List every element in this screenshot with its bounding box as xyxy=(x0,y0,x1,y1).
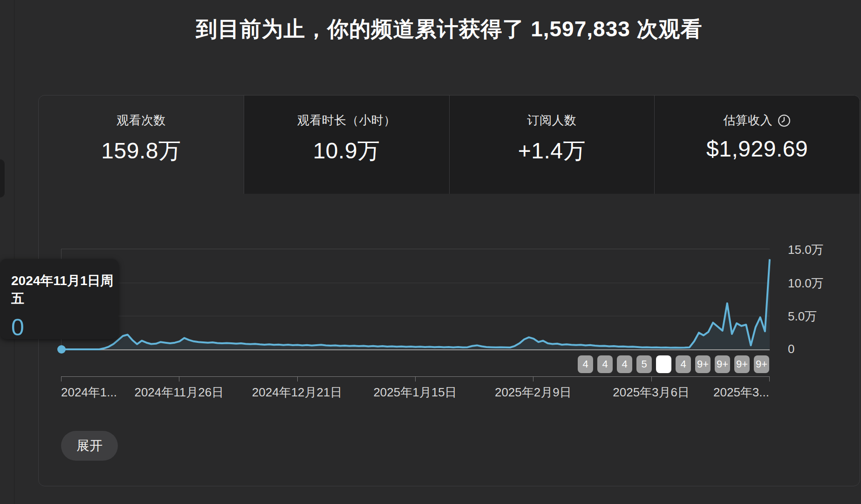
tooltip-value: 0 xyxy=(11,314,118,341)
x-axis-label: 2025年3... xyxy=(713,384,769,401)
video-badge[interactable]: 9+ xyxy=(754,355,769,373)
x-axis-label: 2024年12月21日 xyxy=(252,384,342,401)
y-axis-label: 5.0万 xyxy=(788,308,817,325)
expand-button[interactable]: 展开 xyxy=(61,431,118,461)
video-badge[interactable]: 4 xyxy=(578,355,593,373)
y-axis-label: 10.0万 xyxy=(788,275,824,292)
x-axis-tick xyxy=(769,376,770,381)
tab-views-label: 观看次数 xyxy=(116,112,166,129)
video-badge[interactable]: 4 xyxy=(597,355,613,373)
tab-watch-time-value: 10.9万 xyxy=(313,136,380,166)
video-badge[interactable]: 9+ xyxy=(734,355,750,373)
x-axis-tick xyxy=(651,376,652,381)
x-axis-tick xyxy=(179,376,179,381)
video-badge[interactable]: 5 xyxy=(636,355,652,373)
video-badge[interactable]: 4 xyxy=(617,355,632,373)
video-badges-row: 444549+9+9+9+ xyxy=(578,355,769,373)
views-line-chart xyxy=(62,249,770,349)
tab-estimated-revenue-value: $1,929.69 xyxy=(706,136,808,162)
views-line xyxy=(62,259,770,350)
clock-icon xyxy=(777,114,791,128)
x-axis-label: 2024年1... xyxy=(61,384,117,401)
video-badge[interactable]: 4 xyxy=(676,355,691,373)
tooltip-date: 2024年11月1日周五 xyxy=(11,272,118,307)
y-axis-label: 0 xyxy=(788,342,794,356)
tab-subscribers-value: +1.4万 xyxy=(518,136,586,166)
analytics-card: 观看次数 159.8万 观看时长（小时） 10.9万 订阅人数 +1.4万 估算… xyxy=(38,95,860,486)
left-edge-notch xyxy=(0,159,5,198)
x-axis-label: 2025年3月6日 xyxy=(613,384,690,401)
x-axis-tick xyxy=(533,376,533,381)
metric-tabs: 观看次数 159.8万 观看时长（小时） 10.9万 订阅人数 +1.4万 估算… xyxy=(39,95,860,194)
tab-subscribers[interactable]: 订阅人数 +1.4万 xyxy=(449,95,655,194)
tab-subscribers-label: 订阅人数 xyxy=(527,112,576,129)
video-badge-active[interactable] xyxy=(656,355,671,373)
y-axis-label: 15.0万 xyxy=(788,242,824,258)
x-axis-tick xyxy=(415,376,416,381)
tab-views-value: 159.8万 xyxy=(101,136,181,166)
background-seam xyxy=(14,0,14,504)
series-fill xyxy=(62,259,770,350)
x-axis-tick xyxy=(297,376,298,381)
x-axis-label: 2025年2月9日 xyxy=(495,384,572,401)
tab-estimated-revenue-text: 估算收入 xyxy=(723,112,772,129)
tab-estimated-revenue[interactable]: 估算收入 $1,929.69 xyxy=(654,95,860,194)
tab-watch-time[interactable]: 观看时长（小时） 10.9万 xyxy=(244,95,449,194)
x-axis-label: 2024年11月26日 xyxy=(134,384,224,401)
tab-estimated-revenue-label: 估算收入 xyxy=(723,112,791,129)
x-axis-label: 2025年1月15日 xyxy=(373,384,457,401)
x-axis-tick xyxy=(61,376,62,381)
video-badge[interactable]: 9+ xyxy=(695,355,711,373)
video-badge[interactable]: 9+ xyxy=(715,355,730,373)
tab-watch-time-label: 观看时长（小时） xyxy=(297,112,396,129)
tab-views[interactable]: 观看次数 159.8万 xyxy=(39,95,244,194)
highlighted-data-point[interactable] xyxy=(57,345,66,354)
channel-analytics-page: 到目前为止，你的频道累计获得了 1,597,833 次观看 观看次数 159.8… xyxy=(0,0,861,504)
page-title: 到目前为止，你的频道累计获得了 1,597,833 次观看 xyxy=(38,15,860,44)
chart-plot-area[interactable] xyxy=(61,249,770,350)
chart-tooltip: 2024年11月1日周五 0 xyxy=(0,259,118,339)
